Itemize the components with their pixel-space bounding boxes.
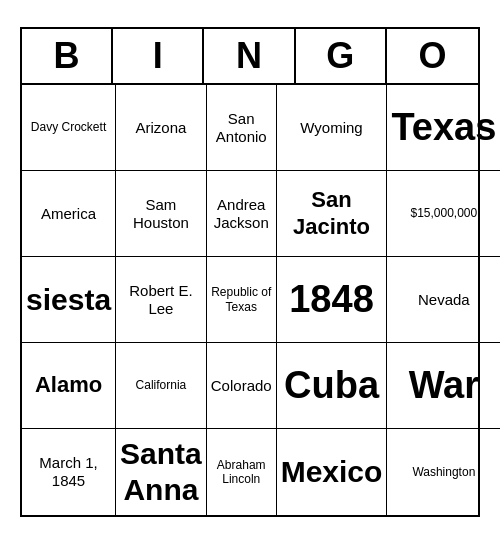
cell-text: Colorado: [211, 377, 272, 395]
header-letter: G: [296, 29, 387, 83]
header-letter: N: [204, 29, 295, 83]
bingo-card: BINGO Davy CrockettArizonaSan AntonioWyo…: [20, 27, 480, 517]
cell-text: Abraham Lincoln: [211, 458, 272, 487]
cell-text: Santa Anna: [120, 436, 202, 508]
header-letter: B: [22, 29, 113, 83]
bingo-cell: America: [22, 171, 116, 257]
bingo-cell: Andrea Jackson: [207, 171, 277, 257]
bingo-grid: Davy CrockettArizonaSan AntonioWyomingTe…: [22, 85, 478, 515]
bingo-cell: San Antonio: [207, 85, 277, 171]
bingo-cell: Wyoming: [277, 85, 388, 171]
cell-text: War: [409, 363, 479, 409]
cell-text: Republic of Texas: [211, 285, 272, 314]
bingo-cell: Mexico: [277, 429, 388, 515]
bingo-cell: Arizona: [116, 85, 207, 171]
bingo-cell: Davy Crockett: [22, 85, 116, 171]
cell-text: siesta: [26, 282, 111, 318]
cell-text: 1848: [289, 277, 374, 323]
bingo-cell: Republic of Texas: [207, 257, 277, 343]
bingo-cell: Robert E. Lee: [116, 257, 207, 343]
cell-text: Robert E. Lee: [120, 282, 202, 318]
cell-text: $15,000,000: [410, 206, 477, 220]
bingo-cell: War: [387, 343, 500, 429]
bingo-cell: 1848: [277, 257, 388, 343]
bingo-cell: Texas: [387, 85, 500, 171]
cell-text: Sam Houston: [120, 196, 202, 232]
cell-text: Nevada: [418, 291, 470, 309]
cell-text: California: [136, 378, 187, 392]
cell-text: Cuba: [284, 363, 379, 409]
bingo-cell: Colorado: [207, 343, 277, 429]
bingo-cell: siesta: [22, 257, 116, 343]
cell-text: Mexico: [281, 454, 383, 490]
cell-text: Alamo: [35, 372, 102, 398]
cell-text: Wyoming: [300, 119, 362, 137]
bingo-cell: California: [116, 343, 207, 429]
bingo-cell: Santa Anna: [116, 429, 207, 515]
bingo-cell: San Jacinto: [277, 171, 388, 257]
cell-text: Washington: [412, 465, 475, 479]
bingo-cell: Washington: [387, 429, 500, 515]
bingo-cell: $15,000,000: [387, 171, 500, 257]
bingo-cell: Abraham Lincoln: [207, 429, 277, 515]
cell-text: Texas: [391, 105, 496, 151]
bingo-cell: Sam Houston: [116, 171, 207, 257]
cell-text: Andrea Jackson: [211, 196, 272, 232]
header-letter: I: [113, 29, 204, 83]
bingo-cell: Nevada: [387, 257, 500, 343]
cell-text: Arizona: [136, 119, 187, 137]
cell-text: San Antonio: [211, 110, 272, 146]
cell-text: America: [41, 205, 96, 223]
cell-text: San Jacinto: [281, 187, 383, 240]
bingo-cell: Alamo: [22, 343, 116, 429]
cell-text: March 1, 1845: [26, 454, 111, 490]
cell-text: Davy Crockett: [31, 120, 106, 134]
header-letter: O: [387, 29, 478, 83]
bingo-cell: Cuba: [277, 343, 388, 429]
bingo-cell: March 1, 1845: [22, 429, 116, 515]
bingo-header: BINGO: [22, 29, 478, 85]
